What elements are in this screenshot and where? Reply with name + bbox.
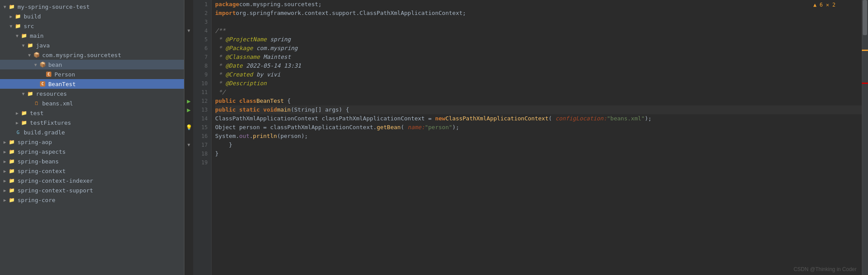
sidebar-item-spring-context-support[interactable]: ▶📁spring-context-support [0,185,184,195]
sidebar-item-main[interactable]: ▼📁main [0,31,184,40]
tree-icon: C [45,71,53,78]
code-line-15: Object person = classPathXmlApplicationC… [215,123,862,132]
tree-icon: 📁 [8,148,16,155]
tree-label: spring-context-support [18,187,184,194]
tree-label: my-spring-source-test [18,4,184,10]
code-line-1: package com.myspring.sourcetest; [215,0,862,9]
sidebar-item-Person[interactable]: CPerson [0,69,184,79]
tree-arrow: ▶ [2,149,8,154]
code-line-19 [215,158,862,167]
tree-arrow: ▶ [2,178,8,183]
tree-label: beans.xml [42,100,184,107]
scrollbar-track[interactable] [862,0,868,275]
code-line-3 [215,18,862,26]
line-number-18: 18 [195,149,208,158]
sidebar-item-build[interactable]: ▶📁build [0,11,184,21]
project-tree[interactable]: ▼📁my-spring-source-test▶📁build▼📁src▼📁mai… [0,0,184,275]
tree-icon: 📁 [8,196,16,203]
tree-label: test [30,110,184,116]
line-number-19: 19 [195,158,208,167]
tree-label: src [24,23,184,29]
tree-label: Person [54,71,184,78]
fold-icon[interactable]: ▼ [187,141,190,149]
line-number-15: 15 [195,123,208,132]
gutter-12[interactable]: ▶ [184,97,193,105]
sidebar-item-BeanTest[interactable]: CBeanTest [0,79,184,89]
run-icon[interactable]: ▶ [187,105,191,114]
tree-label: build.gradle [24,129,184,136]
tree-label: BeanTest [48,81,184,87]
line-number-9: 9 [195,70,208,79]
tree-icon: C [39,80,47,87]
tree-label: build [24,13,184,20]
gutter-17[interactable]: ▼ [184,141,193,149]
sidebar-item-bean[interactable]: ▼📦bean [0,60,184,69]
lightbulb-icon[interactable]: 💡 [186,123,192,132]
code-line-6: * @Package com.myspring [215,44,862,53]
sidebar-item-com.myspring.sourcetest[interactable]: ▼📦com.myspring.sourcetest [0,50,184,60]
tree-arrow: ▶ [2,140,8,145]
gutter-19 [184,158,193,167]
gutter-5 [184,35,193,44]
sidebar-item-spring-aspects[interactable]: ▶📁spring-aspects [0,147,184,156]
code-line-10: * @Description [215,79,862,88]
sidebar-item-resources[interactable]: ▼📁resources [0,89,184,98]
scrollbar-thumb[interactable] [863,0,867,35]
code-line-16: System.out.println(person); [215,132,862,141]
tree-arrow: ▶ [2,169,8,174]
tree-icon: 📦 [32,51,40,58]
tree-label: spring-aop [18,139,184,145]
sidebar-item-java[interactable]: ▼📁java [0,40,184,50]
line-number-1: 1 [195,0,208,9]
tree-icon: 📁 [8,3,16,10]
code-line-4: /** [215,26,862,35]
tree-icon: 📁 [8,187,16,194]
tree-icon: 📁 [8,138,16,145]
sidebar-item-build.gradle[interactable]: Gbuild.gradle [0,127,184,137]
gutter-15[interactable]: 💡 [184,123,193,132]
code-line-17: } [215,141,862,149]
line-number-10: 10 [195,79,208,88]
tree-icon: 📁 [14,13,22,20]
tree-label: spring-core [18,197,184,203]
line-number-7: 7 [195,53,208,62]
sidebar-item-spring-context-indexer[interactable]: ▶📁spring-context-indexer [0,176,184,185]
gutter-4[interactable]: ▼ [184,26,193,35]
fold-icon[interactable]: ▼ [187,26,190,35]
sidebar-item-testFixtures[interactable]: ▶📁testFixtures [0,118,184,127]
tree-arrow: ▶ [14,111,20,116]
gutter-icons: ▼▶▶💡▼ [184,0,193,275]
tree-icon: 📁 [26,42,34,49]
tree-icon: 🗒 [32,100,40,107]
gutter-13[interactable]: ▶ [184,105,193,114]
line-number-14: 14 [195,114,208,123]
gutter-10 [184,79,193,88]
warnings-bar: ▲ 6 ✕ 2 [813,2,836,8]
gutter-2 [184,9,193,18]
sidebar-item-my-spring-source-test[interactable]: ▼📁my-spring-source-test [0,2,184,11]
tree-icon: G [14,129,22,136]
tree-icon: 📦 [39,61,47,68]
sidebar-item-test[interactable]: ▶📁test [0,108,184,118]
warnings-count: ▲ 6 ✕ 2 [813,2,836,8]
run-icon[interactable]: ▶ [187,97,191,105]
tree-arrow: ▼ [2,4,8,9]
sidebar-item-spring-aop[interactable]: ▶📁spring-aop [0,137,184,147]
tree-arrow: ▼ [32,62,39,67]
sidebar-item-spring-context[interactable]: ▶📁spring-context [0,166,184,176]
code-line-13: public static void main(String[] args) { [215,105,862,114]
gutter-18 [184,149,193,158]
sidebar-item-spring-beans[interactable]: ▶📁spring-beans [0,156,184,166]
code-line-8: * @Date 2022-05-14 13:31 [215,62,862,70]
tree-label: java [36,42,184,49]
tree-arrow: ▶ [2,198,8,203]
sidebar-item-spring-core[interactable]: ▶📁spring-core [0,195,184,205]
tree-icon: 📁 [20,109,28,116]
tree-arrow: ▶ [2,188,8,193]
sidebar-item-beans.xml[interactable]: 🗒beans.xml [0,98,184,108]
tree-icon: 📁 [20,119,28,126]
sidebar-item-src[interactable]: ▼📁src [0,21,184,31]
code-area[interactable]: ▼▶▶💡▼ 12345678910111213141516171819 pack… [184,0,862,275]
code-line-7: * @Classname Maintest [215,53,862,62]
gutter-7 [184,53,193,62]
